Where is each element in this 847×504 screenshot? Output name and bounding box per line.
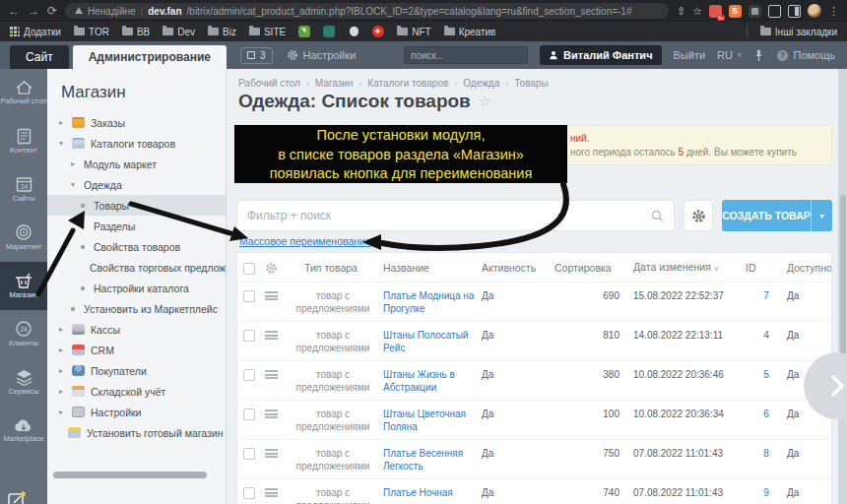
rail-item-desktop[interactable]: Рабочий стол	[0, 69, 47, 117]
bookmark-folder-tor[interactable]: TOR	[74, 27, 109, 37]
col-header-date[interactable]: Дата изменения ∨	[633, 261, 746, 275]
table-row[interactable]: товар с предложениями Платье Ночная Да 7…	[237, 479, 831, 504]
table-row[interactable]: товар с предложениями Штаны Цветочная По…	[237, 401, 831, 440]
back-icon[interactable]: ←	[8, 5, 20, 17]
bookmark-app-apple-icon[interactable]	[348, 26, 359, 37]
menu-item-catalog-settings[interactable]: Настройки каталога	[47, 278, 226, 298]
bookmark-folder-site[interactable]: SITE	[249, 27, 286, 37]
breadcrumb-item[interactable]: Рабочий стол	[238, 78, 300, 89]
extension-adblock-icon[interactable]	[709, 5, 722, 18]
reload-icon[interactable]: ⟳	[47, 5, 57, 17]
table-row[interactable]: товар с предложениями Штаны Жизнь в Абст…	[237, 361, 831, 401]
chrome-menu-icon[interactable]: ⋮	[828, 6, 839, 17]
row-checkbox[interactable]	[243, 448, 255, 460]
share-icon[interactable]: ⇧	[677, 6, 685, 17]
rail-item-store[interactable]: Магазин	[0, 262, 47, 310]
bookmark-folder-nft[interactable]: NFT	[397, 27, 430, 37]
grid-settings-button[interactable]	[684, 200, 713, 231]
product-link[interactable]: Штаны Жизнь в Абстракции	[383, 369, 455, 393]
row-menu-icon[interactable]	[265, 291, 278, 300]
product-id-link[interactable]: 5	[763, 369, 769, 380]
product-link[interactable]: Платье Ночная	[383, 487, 453, 498]
content-scrollbar[interactable]	[838, 69, 847, 504]
gear-icon[interactable]	[265, 262, 278, 275]
breadcrumb-item[interactable]: Каталоги товаров	[367, 78, 448, 89]
row-menu-icon[interactable]	[265, 449, 278, 458]
product-link[interactable]: Платье Модница на Прогулке	[383, 290, 474, 314]
forward-icon[interactable]: →	[28, 5, 39, 17]
col-header-sort[interactable]: Сортировка	[554, 262, 633, 275]
mass-rename-link[interactable]: Массовое переименование	[239, 235, 371, 247]
filter-search-input[interactable]	[247, 209, 651, 222]
product-id-link[interactable]: 9	[763, 487, 769, 498]
product-link[interactable]: Штаны Полосатый Рейс	[383, 330, 468, 353]
menu-item-warehouse[interactable]: ▸Складской учёт	[47, 381, 226, 402]
bookmark-app-green-icon[interactable]	[298, 26, 310, 37]
select-all-checkbox[interactable]	[243, 263, 255, 275]
favorite-star-icon[interactable]: ☆	[479, 93, 491, 110]
menu-item-buyers[interactable]: ▸Покупатели	[47, 360, 226, 381]
row-menu-icon[interactable]	[265, 410, 278, 418]
media-queue-icon[interactable]	[768, 5, 781, 18]
col-header-type[interactable]: Тип товара	[291, 262, 383, 275]
table-row[interactable]: товар с предложениями Платье Весенняя Ле…	[237, 440, 831, 479]
tab-administration[interactable]: Администрирование	[73, 45, 227, 69]
sidebar-toggle-icon[interactable]	[788, 5, 801, 18]
scrollbar-thumb[interactable]	[840, 195, 846, 362]
admin-search-input[interactable]	[411, 50, 541, 61]
rail-item-clients[interactable]: 24 Клиенты	[0, 310, 47, 358]
product-link[interactable]: Штаны Цветочная Поляна	[383, 409, 466, 432]
notifications-counter-button[interactable]: 3	[240, 47, 273, 64]
product-id-link[interactable]: 4	[763, 330, 769, 341]
admin-search[interactable]	[404, 46, 528, 64]
browser-profile-avatar[interactable]	[808, 4, 821, 18]
table-row[interactable]: товар с предложениями Платье Модница на …	[237, 283, 831, 322]
topbar-settings-button[interactable]: Настройки	[287, 49, 357, 61]
product-link[interactable]: Платье Весенняя Легкость	[383, 448, 463, 472]
menu-item-crm[interactable]: ▸CRM	[47, 340, 226, 360]
bookmark-star-icon[interactable]: ☆	[692, 6, 702, 17]
extensions-puzzle-icon[interactable]	[749, 5, 761, 18]
row-checkbox[interactable]	[243, 369, 255, 381]
bookmark-folder-bb[interactable]: BB	[122, 27, 150, 37]
menu-item-product-properties[interactable]: Свойства товаров	[47, 236, 226, 257]
address-bar[interactable]: Ненадійне | dev.fan/bitrix/admin/cat_pro…	[65, 3, 669, 19]
create-product-dropdown[interactable]: ▼	[811, 200, 832, 231]
row-checkbox[interactable]	[243, 409, 255, 420]
menu-item-orders[interactable]: ▸Заказы	[47, 112, 226, 133]
menu-item-cash[interactable]: ▸Кассы	[47, 319, 226, 340]
rail-item-wizard[interactable]	[6, 488, 30, 504]
breadcrumb-item[interactable]: Одежда	[463, 78, 499, 89]
menu-item-install-ready-store[interactable]: Установить готовый магазин из Маркетп	[47, 422, 226, 443]
rail-item-marketing[interactable]: Маркетинг	[0, 214, 47, 262]
bookmark-folder-dev[interactable]: Dev	[163, 27, 195, 37]
menu-item-install-marketplace[interactable]: Установить из Маркетплейс	[47, 298, 226, 319]
filter-search[interactable]	[236, 200, 675, 231]
bookmark-app-teal-icon[interactable]	[323, 26, 335, 37]
menu-item-catalogs[interactable]: ▾Каталоги товаров	[47, 133, 226, 154]
menu-item-settings[interactable]: ▸Настройки	[47, 402, 226, 422]
language-selector[interactable]: RU▾	[717, 49, 741, 61]
table-row[interactable]: товар с предложениями Штаны Полосатый Ре…	[237, 322, 831, 361]
breadcrumb-item[interactable]: Товары	[514, 78, 548, 89]
rail-item-services[interactable]: Сервисы	[0, 358, 47, 407]
menu-horizontal-scrollbar[interactable]	[53, 472, 207, 478]
col-header-avail[interactable]: Доступность	[787, 262, 832, 275]
menu-item-module-market[interactable]: ▸Модуль маркет	[47, 154, 226, 174]
user-menu[interactable]: Виталий Фантич	[540, 45, 661, 65]
row-checkbox[interactable]	[243, 487, 255, 499]
col-header-name[interactable]: Название	[383, 262, 482, 275]
rail-item-marketplace[interactable]: Marketplace	[0, 407, 47, 455]
other-bookmarks[interactable]: Інші закладки	[760, 27, 837, 37]
extension-s-icon[interactable]	[729, 5, 742, 18]
row-checkbox[interactable]	[243, 330, 255, 342]
row-menu-icon[interactable]	[265, 488, 278, 497]
rail-item-sites[interactable]: 24 Сайты	[0, 165, 47, 214]
breadcrumb-item[interactable]: Магазин	[315, 78, 354, 89]
pin-icon[interactable]	[753, 49, 764, 62]
product-id-link[interactable]: 8	[763, 448, 769, 459]
menu-item-clothing[interactable]: ▾Одежда	[47, 174, 226, 195]
create-product-button[interactable]: СОЗДАТЬ ТОВАР ▼	[722, 200, 832, 231]
bookmark-apps[interactable]: Додатки	[10, 27, 61, 37]
bookmark-folder-creative[interactable]: Креатив	[444, 27, 496, 37]
